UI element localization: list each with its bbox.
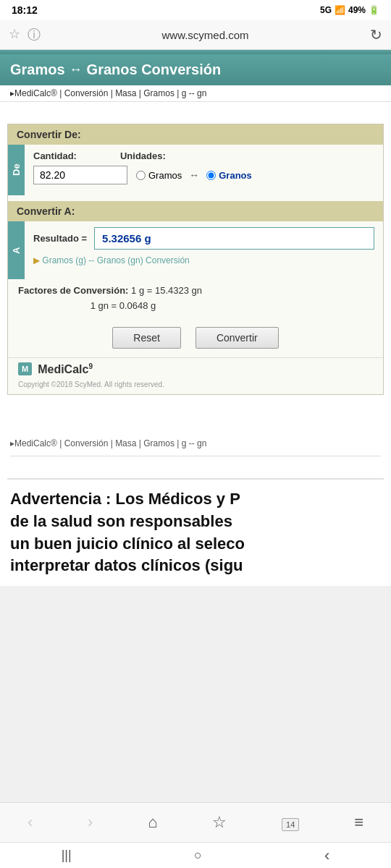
button-row: Reset Convertir: [8, 321, 383, 357]
reload-icon[interactable]: ↻: [370, 26, 382, 43]
back-button[interactable]: ‹: [22, 810, 38, 835]
unit-radio-group: Gramos ↔ Granos: [136, 169, 252, 181]
home-button[interactable]: ⌂: [142, 810, 163, 835]
factor1: 1 g = 15.4323 gn: [131, 285, 202, 296]
medicalc-logo: M: [18, 362, 32, 375]
warning-text: Advertencia : Los Médicos y P de la salu…: [10, 488, 381, 577]
result-area: Resultado = Gramos (g) -- Granos (gn) Co…: [25, 221, 383, 279]
warning-content: Advertencia : Los Médicos y P de la salu…: [10, 490, 245, 574]
title-to: Granos Conversión: [87, 61, 222, 78]
page-content: Gramos ↔ Granos Conversión ▸MediCalc® | …: [0, 50, 391, 586]
result-row: Resultado =: [33, 227, 374, 250]
conversion-link[interactable]: Gramos (g) -- Granos (gn) Conversión: [33, 255, 374, 265]
convertir-a-header: Convertir A:: [8, 201, 383, 221]
info-icon[interactable]: ⓘ: [28, 26, 41, 43]
phone-back-icon[interactable]: ‹: [324, 846, 329, 865]
tab-count-badge: 14: [282, 818, 299, 831]
time-display: 18:12: [12, 4, 38, 16]
convert-button[interactable]: Convertir: [196, 327, 279, 349]
browser-left-icons: ☆ ⓘ: [9, 26, 41, 43]
radio-granos-label: Granos: [219, 170, 252, 181]
page-scroll-area: Gramos ↔ Granos Conversión ▸MediCalc® | …: [0, 50, 391, 822]
forward-button[interactable]: ›: [82, 810, 98, 835]
warning-section: Advertencia : Los Médicos y P de la salu…: [0, 480, 391, 586]
radio-granos-input[interactable]: [206, 171, 216, 180]
de-form-row: De Cantidad: Unidades: Gramos ↔: [8, 145, 383, 195]
double-arrow-icon: ↔: [189, 169, 199, 181]
convertir-a-label: Convertir A:: [17, 205, 75, 217]
factors-label: Factores de Conversión:: [18, 285, 128, 296]
input-row: Gramos ↔ Granos: [33, 166, 374, 184]
medicalc-footer: M MediCalc9: [8, 357, 383, 380]
phone-home-icon[interactable]: ○: [194, 848, 202, 863]
a-side-label: A: [8, 221, 25, 279]
breadcrumb[interactable]: ▸MediCalc® | Conversión | Masa | Gramos …: [0, 85, 391, 102]
signal-icon: 5G: [320, 5, 332, 15]
copyright-text: Copyright ©2018 ScyMed. All rights reser…: [8, 380, 383, 394]
radio-gramos-input[interactable]: [136, 171, 146, 180]
status-icons: 5G 📶 49% 🔋: [320, 5, 379, 15]
bookmark-button[interactable]: ☆: [206, 810, 232, 835]
de-side-label: De: [8, 145, 25, 195]
result-label: Resultado =: [33, 233, 87, 244]
app-name-text: MediCalc: [38, 363, 88, 375]
convertir-de-header: Convertir De:: [8, 124, 383, 145]
title-arrow-icon: ↔: [70, 62, 83, 77]
battery-display: 49%: [348, 5, 366, 15]
a-form-row: A Resultado = Gramos (g) -- Granos (gn) …: [8, 221, 383, 279]
result-input[interactable]: [94, 227, 374, 250]
url-bar[interactable]: www.scymed.com: [41, 29, 370, 41]
breadcrumb2-text: ▸MediCalc® | Conversión | Masa | Gramos …: [10, 438, 206, 448]
convertir-de-label: Convertir De:: [17, 129, 81, 140]
breadcrumb-text: ▸MediCalc® | Conversión | Masa | Gramos …: [10, 88, 206, 98]
page-title-section: Gramos ↔ Granos Conversión: [0, 54, 391, 85]
radio-granos[interactable]: Granos: [206, 170, 252, 181]
unidades-label: Unidades:: [120, 150, 166, 161]
factor2: 1 gn = 0.0648 g: [91, 300, 156, 311]
second-section: ▸MediCalc® | Conversión | Masa | Gramos …: [0, 428, 391, 478]
app-version: 9: [88, 362, 93, 370]
menu-button[interactable]: ≡: [348, 810, 369, 835]
phone-bottom-bar: ||| ○ ‹: [0, 842, 391, 868]
radio-gramos-label: Gramos: [148, 170, 182, 181]
status-bar: 18:12 5G 📶 49% 🔋: [0, 0, 391, 20]
breadcrumb2[interactable]: ▸MediCalc® | Conversión | Masa | Gramos …: [10, 438, 381, 456]
reset-button[interactable]: Reset: [112, 327, 181, 349]
tabs-button[interactable]: 14: [276, 810, 305, 835]
medicalc-app-name: MediCalc9: [38, 362, 93, 376]
cantidad-label: Cantidad:: [33, 150, 77, 161]
signal-bars: 📶: [335, 5, 345, 15]
bottom-nav: ‹ › ⌂ ☆ 14 ≡: [0, 802, 391, 842]
advertencia-bold: Advertencia :: [10, 490, 111, 508]
recent-apps-icon[interactable]: |||: [62, 848, 72, 863]
radio-gramos[interactable]: Gramos: [136, 170, 182, 181]
quantity-input[interactable]: [33, 166, 127, 184]
field-headers: Cantidad: Unidades:: [33, 150, 374, 161]
browser-bar: ☆ ⓘ www.scymed.com ↻: [0, 20, 391, 50]
conversion-card: Convertir De: De Cantidad: Unidades:: [7, 124, 384, 395]
battery-icon: 🔋: [369, 5, 379, 15]
de-fields: Cantidad: Unidades: Gramos ↔: [25, 145, 383, 195]
title-from: Gramos: [10, 61, 65, 78]
favorite-icon[interactable]: ☆: [9, 26, 20, 43]
factors-area: Factores de Conversión: 1 g = 15.4323 gn…: [8, 279, 383, 321]
